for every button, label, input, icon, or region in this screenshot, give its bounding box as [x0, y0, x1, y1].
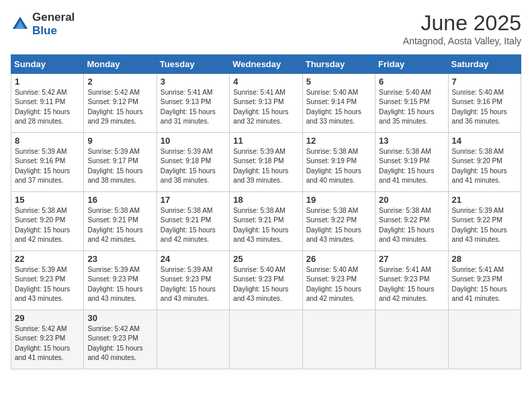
day-of-week-header: Sunday [11, 55, 84, 74]
cell-sun-info: Sunrise: 5:40 AMSunset: 9:23 PMDaylight:… [233, 265, 298, 304]
calendar-cell: 1Sunrise: 5:42 AMSunset: 9:11 PMDaylight… [11, 74, 84, 133]
cell-sun-info: Sunrise: 5:41 AMSunset: 9:13 PMDaylight:… [233, 88, 298, 126]
day-number: 16 [87, 195, 152, 205]
cell-sun-info: Sunrise: 5:39 AMSunset: 9:23 PMDaylight:… [15, 265, 80, 304]
month-title: June 2025 [403, 11, 521, 36]
cell-sun-info: Sunrise: 5:40 AMSunset: 9:14 PMDaylight:… [306, 88, 371, 126]
calendar-cell: 26Sunrise: 5:40 AMSunset: 9:23 PMDayligh… [302, 251, 375, 310]
cell-sun-info: Sunrise: 5:38 AMSunset: 9:22 PMDaylight:… [379, 206, 444, 244]
day-number: 23 [87, 254, 152, 264]
day-number: 11 [233, 136, 298, 146]
day-number: 25 [233, 254, 298, 264]
day-number: 30 [87, 313, 152, 323]
day-number: 14 [452, 136, 517, 146]
logo-icon [11, 15, 30, 34]
calendar-cell: 7Sunrise: 5:40 AMSunset: 9:16 PMDaylight… [448, 74, 521, 133]
calendar-cell: 5Sunrise: 5:40 AMSunset: 9:14 PMDaylight… [302, 74, 375, 133]
cell-sun-info: Sunrise: 5:41 AMSunset: 9:23 PMDaylight:… [452, 265, 517, 304]
calendar-cell: 25Sunrise: 5:40 AMSunset: 9:23 PMDayligh… [230, 251, 302, 310]
calendar-cell [157, 310, 229, 369]
day-number: 24 [161, 254, 226, 264]
calendar-cell: 14Sunrise: 5:38 AMSunset: 9:20 PMDayligh… [448, 133, 521, 192]
cell-sun-info: Sunrise: 5:42 AMSunset: 9:12 PMDaylight:… [87, 88, 152, 126]
cell-sun-info: Sunrise: 5:38 AMSunset: 9:21 PMDaylight:… [161, 206, 226, 244]
logo-text-general: General [32, 11, 75, 24]
day-number: 13 [379, 136, 444, 146]
calendar-cell: 30Sunrise: 5:42 AMSunset: 9:23 PMDayligh… [84, 310, 157, 369]
day-number: 26 [306, 254, 371, 264]
cell-sun-info: Sunrise: 5:40 AMSunset: 9:23 PMDaylight:… [306, 265, 371, 304]
day-number: 15 [15, 195, 80, 205]
calendar-cell: 29Sunrise: 5:42 AMSunset: 9:23 PMDayligh… [11, 310, 84, 369]
location-subtitle: Antagnod, Aosta Valley, Italy [403, 36, 521, 46]
cell-sun-info: Sunrise: 5:38 AMSunset: 9:21 PMDaylight:… [87, 206, 152, 244]
cell-sun-info: Sunrise: 5:38 AMSunset: 9:19 PMDaylight:… [379, 147, 444, 185]
day-number: 10 [161, 136, 226, 146]
calendar-cell: 10Sunrise: 5:39 AMSunset: 9:18 PMDayligh… [157, 133, 229, 192]
cell-sun-info: Sunrise: 5:41 AMSunset: 9:13 PMDaylight:… [161, 88, 226, 126]
cell-sun-info: Sunrise: 5:40 AMSunset: 9:15 PMDaylight:… [379, 88, 444, 126]
calendar-cell: 15Sunrise: 5:38 AMSunset: 9:20 PMDayligh… [11, 192, 84, 251]
day-number: 19 [306, 195, 371, 205]
calendar-cell: 27Sunrise: 5:41 AMSunset: 9:23 PMDayligh… [375, 251, 448, 310]
calendar-cell: 11Sunrise: 5:39 AMSunset: 9:18 PMDayligh… [230, 133, 302, 192]
cell-sun-info: Sunrise: 5:39 AMSunset: 9:18 PMDaylight:… [161, 147, 226, 185]
calendar-cell: 23Sunrise: 5:39 AMSunset: 9:23 PMDayligh… [84, 251, 157, 310]
calendar-table: SundayMondayTuesdayWednesdayThursdayFrid… [11, 54, 521, 369]
day-of-week-header: Saturday [448, 55, 521, 74]
cell-sun-info: Sunrise: 5:39 AMSunset: 9:16 PMDaylight:… [15, 147, 80, 185]
day-number: 18 [233, 195, 298, 205]
calendar-cell: 22Sunrise: 5:39 AMSunset: 9:23 PMDayligh… [11, 251, 84, 310]
calendar-cell: 6Sunrise: 5:40 AMSunset: 9:15 PMDaylight… [375, 74, 448, 133]
calendar-cell [375, 310, 448, 369]
day-of-week-header: Monday [84, 55, 157, 74]
day-number: 8 [15, 136, 80, 146]
day-number: 21 [452, 195, 517, 205]
calendar-cell: 2Sunrise: 5:42 AMSunset: 9:12 PMDaylight… [84, 74, 157, 133]
day-number: 17 [161, 195, 226, 205]
calendar-cell: 13Sunrise: 5:38 AMSunset: 9:19 PMDayligh… [375, 133, 448, 192]
calendar-cell: 21Sunrise: 5:39 AMSunset: 9:22 PMDayligh… [448, 192, 521, 251]
cell-sun-info: Sunrise: 5:42 AMSunset: 9:23 PMDaylight:… [15, 324, 80, 363]
day-number: 6 [379, 77, 444, 87]
calendar-cell [448, 310, 521, 369]
calendar-cell: 9Sunrise: 5:39 AMSunset: 9:17 PMDaylight… [84, 133, 157, 192]
calendar-cell: 24Sunrise: 5:39 AMSunset: 9:23 PMDayligh… [157, 251, 229, 310]
day-number: 12 [306, 136, 371, 146]
calendar-cell [302, 310, 375, 369]
cell-sun-info: Sunrise: 5:40 AMSunset: 9:16 PMDaylight:… [452, 88, 517, 126]
cell-sun-info: Sunrise: 5:39 AMSunset: 9:22 PMDaylight:… [452, 206, 517, 244]
calendar-cell: 28Sunrise: 5:41 AMSunset: 9:23 PMDayligh… [448, 251, 521, 310]
calendar-cell: 12Sunrise: 5:38 AMSunset: 9:19 PMDayligh… [302, 133, 375, 192]
cell-sun-info: Sunrise: 5:39 AMSunset: 9:23 PMDaylight:… [161, 265, 226, 304]
calendar-cell: 19Sunrise: 5:38 AMSunset: 9:22 PMDayligh… [302, 192, 375, 251]
day-of-week-header: Tuesday [157, 55, 229, 74]
day-number: 27 [379, 254, 444, 264]
day-number: 7 [452, 77, 517, 87]
cell-sun-info: Sunrise: 5:39 AMSunset: 9:18 PMDaylight:… [233, 147, 298, 185]
calendar-cell: 17Sunrise: 5:38 AMSunset: 9:21 PMDayligh… [157, 192, 229, 251]
cell-sun-info: Sunrise: 5:42 AMSunset: 9:23 PMDaylight:… [87, 324, 152, 363]
calendar-cell: 18Sunrise: 5:38 AMSunset: 9:21 PMDayligh… [230, 192, 302, 251]
day-of-week-header: Wednesday [230, 55, 302, 74]
day-number: 1 [15, 77, 80, 87]
day-number: 28 [452, 254, 517, 264]
calendar-cell: 3Sunrise: 5:41 AMSunset: 9:13 PMDaylight… [157, 74, 229, 133]
cell-sun-info: Sunrise: 5:38 AMSunset: 9:19 PMDaylight:… [306, 147, 371, 185]
calendar-cell: 8Sunrise: 5:39 AMSunset: 9:16 PMDaylight… [11, 133, 84, 192]
cell-sun-info: Sunrise: 5:38 AMSunset: 9:21 PMDaylight:… [233, 206, 298, 244]
cell-sun-info: Sunrise: 5:41 AMSunset: 9:23 PMDaylight:… [379, 265, 444, 304]
calendar-cell [230, 310, 302, 369]
day-number: 4 [233, 77, 298, 87]
day-number: 29 [15, 313, 80, 323]
cell-sun-info: Sunrise: 5:42 AMSunset: 9:11 PMDaylight:… [15, 88, 80, 126]
cell-sun-info: Sunrise: 5:38 AMSunset: 9:22 PMDaylight:… [306, 206, 371, 244]
cell-sun-info: Sunrise: 5:38 AMSunset: 9:20 PMDaylight:… [15, 206, 80, 244]
calendar-cell: 20Sunrise: 5:38 AMSunset: 9:22 PMDayligh… [375, 192, 448, 251]
logo-text-blue: Blue [32, 24, 75, 38]
cell-sun-info: Sunrise: 5:39 AMSunset: 9:17 PMDaylight:… [87, 147, 152, 185]
cell-sun-info: Sunrise: 5:39 AMSunset: 9:23 PMDaylight:… [87, 265, 152, 304]
day-number: 3 [161, 77, 226, 87]
logo: General Blue [11, 11, 75, 37]
day-of-week-header: Friday [375, 55, 448, 74]
